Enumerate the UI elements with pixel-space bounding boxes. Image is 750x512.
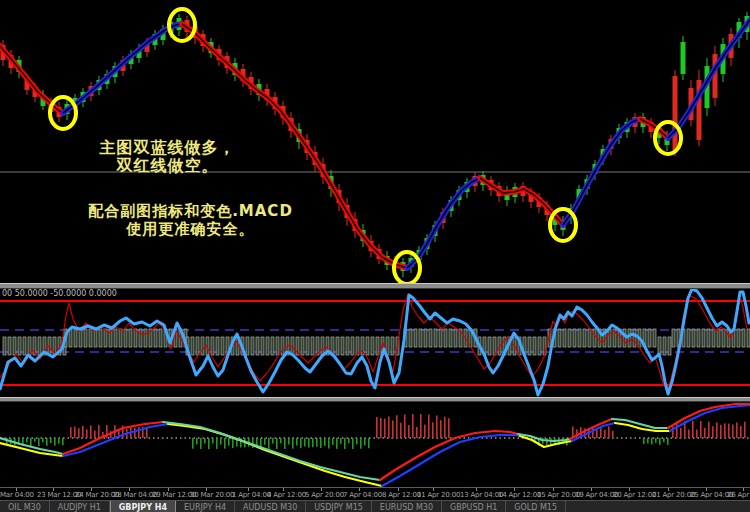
oscillator-histogram-bar	[449, 329, 452, 347]
oscillator-histogram-bar	[633, 329, 636, 347]
macd-histogram-bar	[212, 438, 214, 444]
chart-tab-audusd-m30[interactable]: AUDUSD M30	[235, 501, 306, 512]
oscillator-histogram-bar	[712, 329, 715, 347]
macd-histogram-bar	[304, 438, 306, 446]
macd-histogram-bar	[328, 438, 330, 449]
macd-histogram-bar	[404, 414, 406, 438]
macd-histogram-bar	[348, 438, 350, 443]
chart-tab-bar: OIL M30AUDJPY H1GBPJPY H4EURJPY H4AUDUSD…	[0, 500, 750, 512]
macd-histogram-bar	[78, 428, 80, 438]
oscillator-histogram-bar	[221, 337, 224, 355]
oscillator-histogram-bar	[201, 337, 204, 355]
oscillator-histogram-bar	[707, 329, 710, 347]
oscillator-histogram-bar	[488, 337, 491, 355]
oscillator-histogram-bar	[351, 337, 354, 355]
macd-histogram-bar	[708, 422, 710, 438]
macd-histogram-bar	[232, 438, 234, 448]
macd-histogram-bar	[356, 438, 358, 444]
oscillator-histogram-bar	[139, 329, 142, 347]
macd-histogram-bar	[412, 414, 414, 438]
macd-histogram-bar	[600, 427, 602, 438]
oscillator-histogram-bar	[84, 329, 87, 347]
oscillator-histogram-bar	[593, 329, 596, 347]
chart-tab-gold-m15[interactable]: GOLD M15	[506, 501, 566, 512]
macd-histogram-bar	[716, 422, 718, 438]
macd-histogram-bar	[736, 422, 738, 438]
macd-histogram-bar	[82, 426, 84, 438]
oscillator-histogram-bar	[38, 337, 41, 355]
macd-histogram-bar	[667, 438, 669, 445]
oscillator-histogram-bar	[23, 337, 26, 355]
macd-histogram-bar	[720, 425, 722, 438]
macd-histogram-bar	[740, 426, 742, 438]
macd-histogram-bar	[292, 438, 294, 449]
oscillator-histogram-bar	[69, 329, 72, 347]
annotation-line-2: 双红线做空。	[60, 157, 275, 175]
macd-histogram-bar	[688, 430, 690, 438]
chart-annotation-main: 主图双蓝线做多， 双红线做空。	[60, 139, 275, 175]
macd-histogram-bar	[360, 438, 362, 449]
macd-histogram-bar	[86, 429, 88, 438]
macd-histogram-bar	[204, 438, 206, 443]
macd-histogram-bar	[196, 438, 198, 445]
macd-histogram-bar	[284, 438, 286, 449]
time-axis[interactable]: Mar 04:0023 Mar 12:0024 Mar 20:0028 Mar …	[0, 487, 750, 501]
oscillator-histogram-bar	[256, 337, 259, 355]
oscillator-histogram-bar	[276, 337, 279, 355]
macd-histogram-bar	[680, 428, 682, 438]
macd-histogram-bar	[380, 418, 382, 438]
macd-histogram-bar	[220, 438, 222, 445]
oscillator-histogram-bar	[737, 329, 740, 347]
oscillator-histogram-bar	[366, 337, 369, 355]
oscillator-histogram-bar	[341, 337, 344, 355]
macd-histogram-bar	[54, 438, 56, 446]
chart-tab-oil-m30[interactable]: OIL M30	[0, 501, 50, 512]
macd-histogram-bar	[344, 438, 346, 449]
oscillator-histogram-bar	[321, 337, 324, 355]
time-label: 28 Mar 04:00	[113, 491, 157, 499]
time-label: 13 Apr 04:00	[460, 491, 503, 499]
macd-histogram-bar	[332, 438, 334, 445]
macd-histogram-bar	[364, 438, 366, 445]
chart-tab-audjpy-h1[interactable]: AUDJPY H1	[50, 501, 110, 512]
oscillator-histogram-bar	[672, 329, 675, 347]
macd-histogram-bar	[384, 419, 386, 438]
oscillator-histogram-bar	[266, 337, 269, 355]
macd-histogram-bar	[396, 415, 398, 438]
chart-canvas[interactable]	[0, 0, 750, 487]
chart-tab-usdjpy-m15[interactable]: USDJPY M15	[306, 501, 372, 512]
macd-histogram-bar	[90, 425, 92, 438]
macd-histogram-bar	[428, 415, 430, 438]
oscillator-histogram-bar	[18, 337, 21, 355]
time-label: 20 Apr 12:00	[613, 491, 656, 499]
time-label: 4 Apr 12:00	[267, 491, 306, 499]
time-label: 21 Apr 20:00	[652, 491, 695, 499]
macd-histogram-bar	[26, 438, 28, 442]
oscillator-histogram-bar	[568, 329, 571, 347]
macd-histogram-bar	[647, 438, 649, 443]
macd-histogram-bar	[663, 438, 665, 442]
oscillator-histogram-bar	[79, 329, 82, 347]
chart-tab-gbpjpy-h4[interactable]: GBPJPY H4	[110, 501, 176, 512]
macd-histogram-bar	[368, 438, 370, 448]
macd-histogram-bar	[312, 438, 314, 447]
oscillator-histogram-bar	[301, 337, 304, 355]
oscillator-histogram-bar	[271, 337, 274, 355]
oscillator-histogram-bar	[692, 329, 695, 347]
macd-histogram-bar	[192, 438, 194, 449]
macd-histogram-bar	[744, 422, 746, 438]
macd-histogram-bar	[46, 438, 48, 446]
macd-histogram-bar	[74, 427, 76, 438]
macd-histogram-bar	[448, 418, 450, 438]
macd-histogram-bar	[732, 425, 734, 438]
macd-line-yellow	[168, 424, 382, 486]
chart-tab-gbpusd-h1[interactable]: GBPUSD H1	[442, 501, 506, 512]
macd-histogram-bar	[400, 423, 402, 438]
macd-histogram-bar	[272, 438, 274, 444]
chart-tab-eurusd-m30[interactable]: EURUSD M30	[372, 501, 442, 512]
oscillator-histogram-bar	[114, 329, 117, 347]
panel-divider-oscillator-macd[interactable]	[0, 397, 750, 402]
chart-tab-eurjpy-h4[interactable]: EURJPY H4	[176, 501, 235, 512]
oscillator-histogram-bar	[419, 329, 422, 347]
oscillator-histogram-bar	[261, 337, 264, 355]
